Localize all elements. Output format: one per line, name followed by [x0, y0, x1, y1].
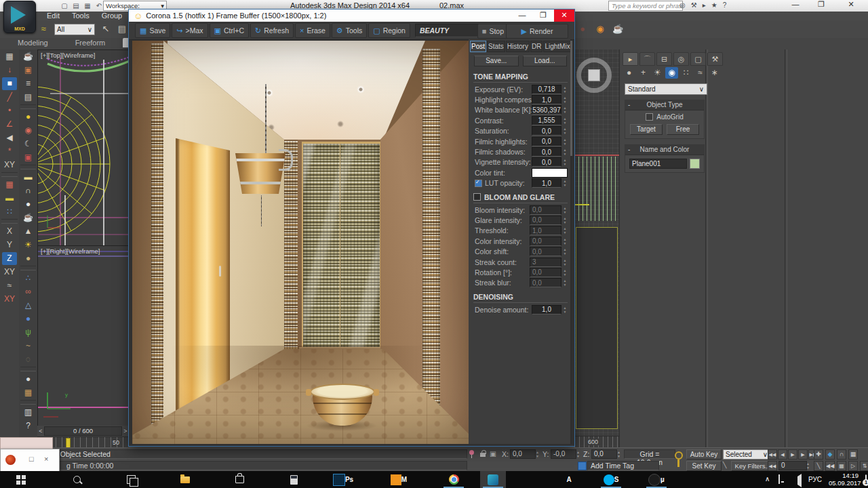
tab-utilities[interactable]: ⚒: [707, 52, 723, 66]
select-object-icon[interactable]: ↖: [98, 22, 113, 36]
keyword-search-icon[interactable]: ◎: [679, 1, 686, 9]
tab-create[interactable]: ▸: [623, 52, 638, 66]
utorrent-icon[interactable]: µ: [644, 471, 669, 488]
trackbar-marker[interactable]: [66, 438, 71, 448]
parameter-spinner[interactable]: [562, 106, 568, 115]
category-shapes-icon[interactable]: +: [637, 67, 650, 79]
sync-icon[interactable]: ⇅: [860, 461, 868, 471]
parameter-spinner[interactable]: [562, 116, 568, 125]
language-indicator[interactable]: РУС: [808, 476, 822, 483]
taskbar-search-icon[interactable]: [64, 471, 90, 488]
config-load-button[interactable]: Load...: [523, 56, 568, 66]
viewport-right-label[interactable]: [+][Right][Wireframe]: [41, 247, 100, 255]
orbit-view-icon[interactable]: ∩: [837, 449, 846, 460]
camera-viewport-outline[interactable]: [576, 227, 618, 429]
sphere-blue-icon[interactable]: ●: [21, 312, 36, 325]
mini-window-maximize[interactable]: □: [29, 455, 34, 463]
snap-midpoint-icon[interactable]: •: [2, 104, 17, 117]
file-explorer-icon[interactable]: [172, 471, 198, 488]
material-palette-icon[interactable]: ▦: [21, 386, 36, 399]
set-key-button[interactable]: Set Key: [686, 461, 722, 471]
axis-x-button[interactable]: X: [2, 225, 17, 238]
parameter-spinner[interactable]: [562, 205, 568, 214]
light-sphere-icon[interactable]: ●: [21, 373, 36, 386]
free-camera-button[interactable]: Free: [667, 124, 699, 135]
maximize-button[interactable]: ❐: [811, 0, 831, 10]
parameter-value-field[interactable]: 1,0: [532, 305, 561, 314]
tab-motion[interactable]: ◎: [673, 52, 689, 66]
grid-helper-icon[interactable]: ▦: [2, 178, 17, 191]
play-button[interactable]: ▶: [788, 449, 797, 460]
batch-render-icon[interactable]: ▤: [21, 91, 36, 104]
go-to-start-button[interactable]: ◀◀: [768, 449, 777, 460]
sun-icon[interactable]: ☀: [21, 239, 36, 251]
task-view-icon[interactable]: [118, 471, 144, 488]
parameter-spinner[interactable]: [562, 216, 568, 224]
render-setup-list-icon[interactable]: ≡: [21, 77, 36, 90]
autocad-icon[interactable]: A: [556, 471, 582, 488]
corona-tab-lightmix[interactable]: LightMix: [543, 41, 571, 52]
maximize-viewport-icon[interactable]: ▦: [848, 449, 858, 460]
viewport-top-label[interactable]: [+][Top][Wireframe]: [41, 52, 96, 59]
parameter-spinner[interactable]: [562, 96, 568, 104]
time-slider-value[interactable]: 0 / 600: [44, 426, 122, 436]
key-mode-dropdown[interactable]: Selected∨: [723, 449, 770, 460]
parameter-value-field[interactable]: 3: [530, 258, 561, 267]
snap-pivot-icon[interactable]: ↓: [2, 64, 17, 77]
erase-button[interactable]: ×Erase: [295, 23, 330, 38]
snap-vertex-icon[interactable]: ◀: [2, 131, 17, 144]
parameter-value-field[interactable]: 0,0: [530, 268, 561, 277]
render-production-icon[interactable]: ☕: [610, 22, 625, 36]
category-helpers-icon[interactable]: ∷: [679, 67, 692, 79]
photoshop-icon[interactable]: Ps: [330, 471, 356, 488]
parameter-spinner[interactable]: [562, 305, 568, 314]
region-button[interactable]: ▢Region: [368, 23, 410, 38]
parameter-value-field[interactable]: 0,0: [530, 278, 561, 287]
parameter-value-field[interactable]: 0,718: [532, 85, 561, 94]
parameter-spinner[interactable]: [562, 258, 568, 266]
snap-xy-icon[interactable]: XY: [2, 159, 17, 171]
tape-measure-icon[interactable]: ▬: [2, 192, 17, 205]
x-spinner[interactable]: [535, 449, 540, 458]
viewport-strip[interactable]: 600: [574, 49, 619, 447]
m-app-icon[interactable]: M: [386, 471, 412, 488]
plane-icon[interactable]: ▬: [21, 171, 36, 184]
corona-maximize-button[interactable]: ❐: [533, 9, 553, 22]
mini-window-close[interactable]: ×: [44, 455, 48, 463]
network-icon[interactable]: [778, 474, 780, 484]
add-time-tag[interactable]: Add Time Tag: [587, 461, 659, 470]
menu-group[interactable]: Group: [96, 12, 129, 20]
corona-titlebar[interactable]: ☺ Corona 1.5 (hotfix 1) Frame Buffer (15…: [129, 9, 574, 22]
axis-y-button[interactable]: Y: [2, 239, 17, 251]
axis-xy-snap-button[interactable]: XY: [2, 293, 17, 306]
rendered-frame-window-icon[interactable]: ◉: [593, 22, 608, 36]
color-tint-swatch[interactable]: [532, 168, 568, 178]
key-step-toggle[interactable]: ◀◀: [768, 461, 777, 471]
x-coordinate-field[interactable]: 0,0: [510, 449, 536, 459]
next-frame-button[interactable]: ▶: [798, 449, 808, 460]
zoom-extents-icon[interactable]: ◆: [825, 449, 835, 460]
parameter-value-field[interactable]: 0,0: [530, 216, 561, 225]
parameter-spinner[interactable]: [562, 127, 568, 136]
axis-xy-button[interactable]: XY: [2, 266, 17, 279]
tab-modify[interactable]: ⌒: [639, 52, 655, 66]
snap-angle-icon[interactable]: ∠: [2, 118, 17, 131]
select-by-name-icon[interactable]: ▤: [115, 22, 130, 36]
object-name-input[interactable]: Plane001: [629, 159, 687, 169]
teapot-small-icon[interactable]: ☕: [21, 211, 36, 224]
config-save-button[interactable]: Save...: [474, 56, 519, 66]
render-setup-icon[interactable]: ●: [575, 22, 590, 36]
snap-percent-icon[interactable]: *: [2, 145, 17, 158]
scatter-icon[interactable]: ∴: [21, 272, 36, 285]
light-bulb-icon[interactable]: ●: [21, 110, 36, 123]
tools-button[interactable]: ⚙Tools: [332, 23, 367, 38]
object-color-swatch[interactable]: [690, 159, 700, 169]
point-helper-icon[interactable]: ∷: [2, 205, 17, 218]
viewport-top[interactable]: [+][Top][Wireframe]: [37, 49, 130, 247]
target-camera-button[interactable]: Target: [630, 124, 663, 135]
copy-button[interactable]: ▣Ctrl+C: [210, 23, 249, 38]
selection-lock-icon[interactable]: [479, 449, 487, 459]
category-spacewarps-icon[interactable]: ≈: [694, 67, 707, 79]
pan-view-icon[interactable]: ✚: [814, 449, 823, 460]
open-minigraph-icon[interactable]: ▦: [837, 461, 846, 471]
